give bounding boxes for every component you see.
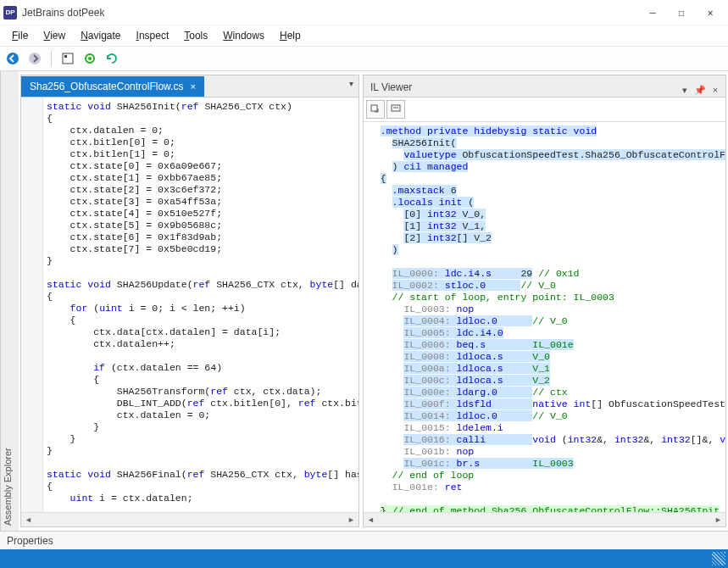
il-viewer-pane: IL Viewer ▾ 📌 × .method private hidebysi… (363, 75, 726, 527)
editor-tab-active[interactable]: Sha256_ObfuscateControlFlow.cs × (21, 76, 204, 97)
resize-grip-icon[interactable] (712, 552, 725, 565)
refresh-button[interactable] (103, 49, 121, 68)
properties-panel-header[interactable]: Properties (0, 531, 728, 549)
il-trackmember-button[interactable] (386, 100, 405, 119)
menu-windows[interactable]: Windows (216, 28, 271, 43)
code-gutter (21, 97, 43, 512)
main-area: Assembly Explorer Sha256_ObfuscateContro… (0, 71, 728, 531)
scroll-right-icon[interactable]: ► (344, 513, 358, 527)
svg-rect-6 (371, 105, 377, 111)
editor-tabstrip: Sha256_ObfuscateControlFlow.cs × ▾ (21, 75, 358, 97)
svg-point-5 (88, 57, 92, 60)
toolbar-separator (51, 51, 52, 66)
il-pin-icon[interactable]: 📌 (693, 83, 707, 97)
menu-file[interactable]: File (5, 28, 35, 43)
svg-rect-2 (63, 53, 73, 64)
il-options-icon[interactable]: ▾ (678, 83, 692, 97)
toolbar (0, 46, 728, 71)
scroll-left-icon[interactable]: ◄ (21, 513, 36, 527)
process-button[interactable] (81, 49, 99, 68)
editor-hscroll[interactable]: ◄ ► (21, 512, 358, 526)
editor-tab-label: Sha256_ObfuscateControlFlow.cs (30, 81, 183, 92)
assembly-explorer-tab[interactable]: Assembly Explorer (0, 71, 19, 531)
window-title: JetBrains dotPeek (22, 7, 638, 19)
close-button[interactable]: ✕ (696, 3, 725, 23)
scroll-right-icon[interactable]: ► (711, 513, 725, 527)
code-area[interactable]: static void SHA256Init(ref SHA256_CTX ct… (21, 97, 358, 512)
scroll-left-icon[interactable]: ◄ (364, 513, 378, 527)
il-code-area[interactable]: .method private hidebysig static void SH… (364, 122, 725, 512)
menu-help[interactable]: Help (273, 28, 308, 43)
maximize-button[interactable]: ☐ (667, 3, 696, 23)
tab-close-icon[interactable]: × (190, 81, 195, 92)
il-close-icon[interactable]: × (709, 83, 722, 97)
properties-label: Properties (7, 535, 53, 547)
titlebar: DP JetBrains dotPeek — ☐ ✕ (0, 0, 728, 25)
code-editor-pane: Sha256_ObfuscateControlFlow.cs × ▾ stati… (20, 75, 359, 527)
il-title: IL Viewer (364, 78, 678, 97)
code-text: static void SHA256Init(ref SHA256_CTX ct… (21, 97, 358, 512)
back-button[interactable] (3, 49, 22, 68)
il-code-text: .method private hidebysig static void SH… (364, 122, 725, 512)
app-icon: DP (3, 6, 17, 19)
menu-view[interactable]: View (36, 28, 72, 43)
il-toolbar (364, 97, 725, 122)
scroll-track[interactable] (378, 513, 711, 526)
explore-button[interactable] (58, 49, 77, 68)
svg-point-1 (29, 53, 41, 64)
svg-rect-3 (64, 55, 67, 58)
il-header: IL Viewer ▾ 📌 × (364, 75, 725, 97)
svg-point-0 (7, 53, 19, 64)
statusbar (0, 549, 728, 568)
tab-overflow-icon[interactable]: ▾ (349, 79, 353, 88)
menu-tools[interactable]: Tools (177, 28, 214, 43)
scroll-track[interactable] (36, 513, 344, 526)
forward-button[interactable] (25, 49, 44, 68)
menu-navigate[interactable]: Navigate (74, 28, 127, 43)
il-tracktype-button[interactable] (366, 100, 385, 119)
il-hscroll[interactable]: ◄ ► (364, 512, 725, 526)
minimize-button[interactable]: — (638, 3, 667, 23)
menu-inspect[interactable]: Inspect (130, 28, 176, 43)
menubar: File View Navigate Inspect Tools Windows… (0, 25, 728, 46)
